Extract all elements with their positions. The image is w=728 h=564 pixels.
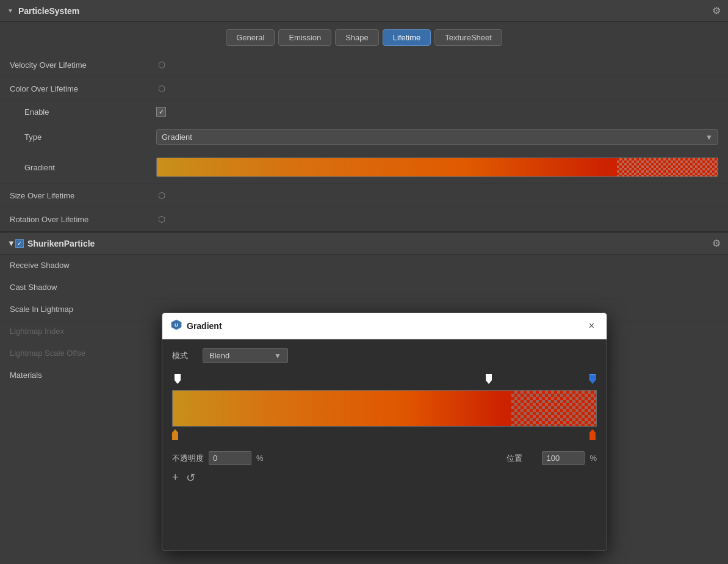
mode-label: 模式 [172, 350, 196, 361]
bottom-value-row: 不透明度 % 位置 % [172, 451, 597, 465]
shuriken-title: ShurikenParticle [27, 239, 712, 248]
shuriken-header: ▼ ShurikenParticle ⚙ [0, 231, 728, 255]
tab-shape[interactable]: Shape [335, 29, 379, 46]
mode-dropdown-arrow-icon: ▼ [274, 352, 281, 360]
rotation-shield-icon[interactable]: ⬡ [156, 214, 167, 225]
modal-body: 模式 Blend ▼ [162, 339, 607, 493]
velocity-over-lifetime-label: Velocity Over Lifetime [10, 60, 156, 70]
shuriken-collapse-arrow[interactable]: ▼ [7, 239, 15, 248]
tab-bar: General Emission Shape Lifetime TextureS… [0, 22, 728, 53]
shuriken-gear-icon[interactable]: ⚙ [712, 237, 721, 249]
enable-checkbox-wrap: ✓ [156, 107, 718, 117]
color-handle-right[interactable] [589, 429, 596, 440]
gradient-label: Gradient [10, 163, 156, 172]
velocity-shield-icon[interactable]: ⬡ [156, 59, 167, 70]
opacity-unit: % [256, 454, 264, 463]
tab-lifetime[interactable]: Lifetime [383, 29, 431, 46]
gradient-bar[interactable] [156, 157, 718, 177]
type-dropdown[interactable]: Gradient ▼ [156, 129, 718, 145]
modal-header: U Gradient × [162, 313, 607, 339]
type-dropdown-arrow-icon: ▼ [705, 133, 713, 142]
type-label: Type [10, 132, 156, 142]
main-panel: ▼ ParticleSystem ⚙ General Emission Shap… [0, 0, 728, 564]
gradient-preview[interactable] [172, 390, 597, 427]
mode-dropdown[interactable]: Blend ▼ [203, 348, 288, 363]
color-over-lifetime-row: Color Over Lifetime ⬡ [0, 77, 728, 101]
tab-emission[interactable]: Emission [278, 29, 331, 46]
lightmap-index-label: Lightmap Index [10, 327, 64, 336]
mode-row: 模式 Blend ▼ [172, 348, 597, 363]
size-over-lifetime-row: Size Over Lifetime ⬡ [0, 184, 728, 208]
size-over-lifetime-label: Size Over Lifetime [10, 191, 156, 200]
alpha-handle-left[interactable] [175, 374, 181, 384]
materials-label: Materials [10, 371, 132, 380]
opacity-label: 不透明度 [172, 453, 204, 464]
particle-system-gear-icon[interactable]: ⚙ [712, 5, 721, 16]
mode-dropdown-label: Blend [209, 351, 269, 360]
alpha-handle-right-selected[interactable] [589, 374, 596, 384]
opacity-input[interactable] [209, 451, 251, 465]
gradient-modal: U Gradient × 模式 Blend ▼ [162, 313, 607, 551]
type-dropdown-label: Gradient [162, 132, 705, 142]
particle-system-header: ▼ ParticleSystem ⚙ [0, 0, 728, 22]
reset-icon[interactable]: ↺ [186, 471, 195, 485]
position-unit: % [589, 454, 597, 463]
cast-shadow-item: Cast Shadow [0, 277, 728, 298]
receive-shadow-item: Receive Shadow [0, 255, 728, 277]
modal-header-icon: U [171, 319, 182, 333]
shuriken-checkbox[interactable] [15, 239, 24, 248]
velocity-over-lifetime-row: Velocity Over Lifetime ⬡ [0, 53, 728, 77]
color-over-lifetime-label: Color Over Lifetime [10, 84, 156, 93]
enable-checkbox[interactable]: ✓ [156, 107, 166, 117]
modal-title: Gradient [187, 321, 585, 331]
rotation-over-lifetime-row: Rotation Over Lifetime ⬡ [0, 208, 728, 231]
color-handles-row [172, 427, 597, 444]
enable-label: Enable [10, 107, 156, 117]
alpha-handle-middle[interactable] [486, 374, 492, 384]
modal-close-button[interactable]: × [585, 319, 598, 333]
position-label: 位置 [506, 453, 537, 464]
receive-shadow-label: Receive Shadow [10, 261, 70, 270]
check-icon: ✓ [159, 108, 164, 116]
particle-system-title: ParticleSystem [18, 6, 712, 16]
type-row: Type Gradient ▼ [0, 123, 728, 151]
svg-text:U: U [175, 322, 178, 328]
color-handle-left[interactable] [172, 429, 178, 440]
scale-in-lightmap-label: Scale In Lightmap [10, 305, 73, 314]
modal-bottom-icons: + ↺ [172, 471, 597, 485]
gradient-editor [172, 373, 597, 444]
tab-texturesheet[interactable]: TextureSheet [434, 29, 502, 46]
position-input[interactable] [542, 451, 585, 465]
collapse-arrow[interactable]: ▼ [7, 7, 13, 14]
gradient-row: Gradient [0, 151, 728, 184]
cast-shadow-label: Cast Shadow [10, 283, 57, 292]
alpha-handles-row [172, 373, 597, 390]
rotation-over-lifetime-label: Rotation Over Lifetime [10, 215, 156, 224]
color-shield-icon[interactable]: ⬡ [156, 83, 167, 94]
tab-general[interactable]: General [226, 29, 275, 46]
enable-row: Enable ✓ [0, 101, 728, 123]
size-shield-icon[interactable]: ⬡ [156, 190, 167, 201]
lightmap-scale-offset-label: Lightmap Scale Offse [10, 349, 85, 358]
add-stop-icon[interactable]: + [172, 471, 179, 485]
